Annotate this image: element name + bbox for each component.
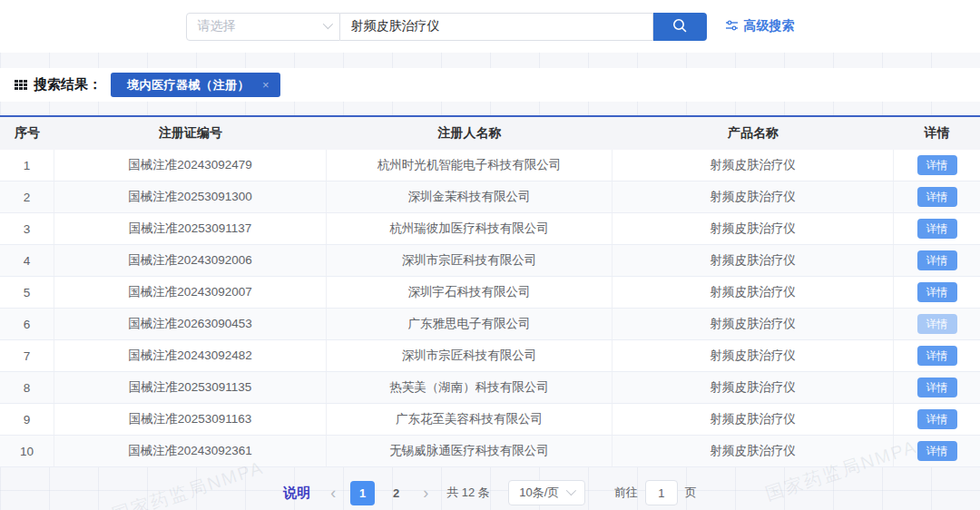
cell-index: 10 (0, 436, 54, 466)
table-row: 5 国械注准20243092007 深圳宇石科技有限公司 射频皮肤治疗仪 详情 (0, 277, 980, 309)
cell-reg-no: 国械注准20263090453 (54, 309, 327, 339)
detail-button[interactable]: 详情 (917, 409, 957, 429)
cell-detail: 详情 (894, 372, 980, 403)
cell-company: 杭州瑞彼加医疗科技有限公司 (327, 213, 612, 244)
cell-index: 6 (0, 309, 54, 339)
cell-product: 射频皮肤治疗仪 (612, 181, 894, 212)
filter-tag-label: 境内医疗器械（注册） (127, 77, 250, 93)
page-size-select[interactable]: 10条/页 (508, 480, 585, 505)
search-button[interactable] (653, 13, 707, 41)
category-select[interactable]: 请选择 (186, 13, 340, 41)
search-results-bar: 搜索结果： 境内医疗器械（注册） × (0, 68, 980, 102)
search-icon (671, 17, 688, 36)
cell-detail: 详情 (894, 245, 980, 276)
cell-index: 7 (0, 340, 54, 371)
goto-page-group: 前往 页 (614, 480, 697, 505)
cell-detail: 详情 (894, 309, 980, 339)
table-row: 9 国械注准20253091163 广东花至美容科技有限公司 射频皮肤治疗仪 详… (0, 404, 980, 436)
cell-reg-no: 国械注准20243092006 (54, 245, 327, 276)
cell-product: 射频皮肤治疗仪 (612, 309, 894, 339)
cell-product: 射频皮肤治疗仪 (612, 245, 894, 276)
cell-index: 3 (0, 213, 54, 244)
detail-button[interactable]: 详情 (917, 282, 957, 302)
page-button-2[interactable]: 2 (384, 481, 408, 505)
chevron-down-icon (566, 485, 576, 495)
cell-detail: 详情 (894, 150, 980, 181)
header-index: 序号 (0, 117, 54, 150)
cell-product: 射频皮肤治疗仪 (612, 213, 894, 244)
page-size-value: 10条/页 (519, 485, 559, 501)
cell-detail: 详情 (894, 436, 980, 466)
cell-company: 深圳宇石科技有限公司 (327, 277, 612, 308)
detail-button[interactable]: 详情 (917, 441, 957, 461)
cell-company: 深圳金茉科技有限公司 (327, 181, 612, 212)
cell-index: 4 (0, 245, 54, 276)
detail-button[interactable]: 详情 (917, 219, 957, 239)
search-bar-panel: 请选择 高级搜索 (0, 0, 980, 53)
table-row: 7 国械注准20243092482 深圳市宗匠科技有限公司 射频皮肤治疗仪 详情 (0, 340, 980, 372)
cell-reg-no: 国械注准20243092482 (54, 340, 327, 371)
close-icon[interactable]: × (262, 78, 270, 92)
header-company: 注册人名称 (327, 117, 612, 150)
cell-company: 广东花至美容科技有限公司 (327, 404, 612, 435)
detail-button[interactable]: 详情 (917, 155, 957, 175)
cell-reg-no: 国械注准20253091135 (54, 372, 327, 403)
cell-company: 杭州时光机智能电子科技有限公司 (327, 150, 612, 181)
cell-detail: 详情 (894, 277, 980, 308)
table-row: 1 国械注准20243092479 杭州时光机智能电子科技有限公司 射频皮肤治疗… (0, 150, 980, 181)
cell-reg-no: 国械注准20243092361 (54, 436, 327, 466)
goto-label: 前往 (614, 485, 638, 501)
advanced-search-label: 高级搜索 (744, 18, 795, 34)
cell-product: 射频皮肤治疗仪 (612, 277, 894, 308)
table-row: 8 国械注准20253091135 热芙美（湖南）科技有限公司 射频皮肤治疗仪 … (0, 372, 980, 404)
goto-suffix-label: 页 (685, 485, 697, 501)
table-row: 3 国械注准20253091137 杭州瑞彼加医疗科技有限公司 射频皮肤治疗仪 … (0, 213, 980, 245)
cell-index: 1 (0, 150, 54, 181)
header-reg-no: 注册证编号 (54, 117, 327, 150)
goto-page-input[interactable] (645, 480, 678, 505)
search-results-label: 搜索结果： (34, 76, 102, 93)
header-detail: 详情 (894, 117, 980, 150)
note-link[interactable]: 说明 (283, 485, 310, 502)
cell-reg-no: 国械注准20253091163 (54, 404, 327, 435)
cell-detail: 详情 (894, 181, 980, 212)
search-group: 请选择 高级搜索 (186, 13, 795, 41)
cell-product: 射频皮肤治疗仪 (612, 150, 894, 181)
page-button-1[interactable]: 1 (350, 481, 375, 505)
cell-reg-no: 国械注准20253091300 (54, 181, 327, 212)
chevron-down-icon (322, 18, 332, 28)
cell-reg-no: 国械注准20243092479 (54, 150, 327, 181)
cell-index: 2 (0, 181, 54, 212)
detail-button[interactable]: 详情 (917, 314, 957, 334)
cell-reg-no: 国械注准20253091137 (54, 213, 327, 244)
sliders-icon (725, 19, 739, 34)
detail-button[interactable]: 详情 (917, 378, 957, 397)
cell-index: 9 (0, 404, 54, 435)
cell-product: 射频皮肤治疗仪 (612, 436, 894, 466)
detail-button[interactable]: 详情 (917, 346, 957, 366)
cell-company: 无锡威脉通医疗科技有限公司 (327, 436, 612, 466)
search-input[interactable] (340, 13, 653, 41)
cell-company: 广东雅思电子有限公司 (327, 309, 612, 339)
total-count-label: 共 12 条 (446, 485, 490, 501)
table-row: 6 国械注准20263090453 广东雅思电子有限公司 射频皮肤治疗仪 详情 (0, 309, 980, 340)
filter-tag-domestic-registered[interactable]: 境内医疗器械（注册） × (111, 73, 280, 97)
prev-page-icon[interactable]: ‹ (327, 485, 339, 501)
detail-button[interactable]: 详情 (917, 187, 957, 207)
cell-product: 射频皮肤治疗仪 (612, 372, 894, 403)
cell-product: 射频皮肤治疗仪 (612, 340, 894, 371)
cell-detail: 详情 (894, 340, 980, 371)
page-numbers: 12 (350, 481, 408, 505)
cell-detail: 详情 (894, 404, 980, 435)
pagination-bar: 说明 ‹ 12 › 共 12 条 10条/页 前往 页 (0, 480, 980, 505)
table-header-row: 序号 注册证编号 注册人名称 产品名称 详情 (0, 117, 980, 150)
table-row: 10 国械注准20243092361 无锡威脉通医疗科技有限公司 射频皮肤治疗仪… (0, 436, 980, 467)
detail-button[interactable]: 详情 (917, 250, 957, 270)
cell-index: 8 (0, 372, 54, 403)
category-select-placeholder: 请选择 (198, 18, 236, 34)
advanced-search-link[interactable]: 高级搜索 (725, 18, 795, 34)
next-page-icon[interactable]: › (419, 485, 432, 501)
cell-company: 深圳市宗匠科技有限公司 (327, 340, 612, 371)
cell-detail: 详情 (894, 213, 980, 244)
cell-product: 射频皮肤治疗仪 (612, 404, 894, 435)
